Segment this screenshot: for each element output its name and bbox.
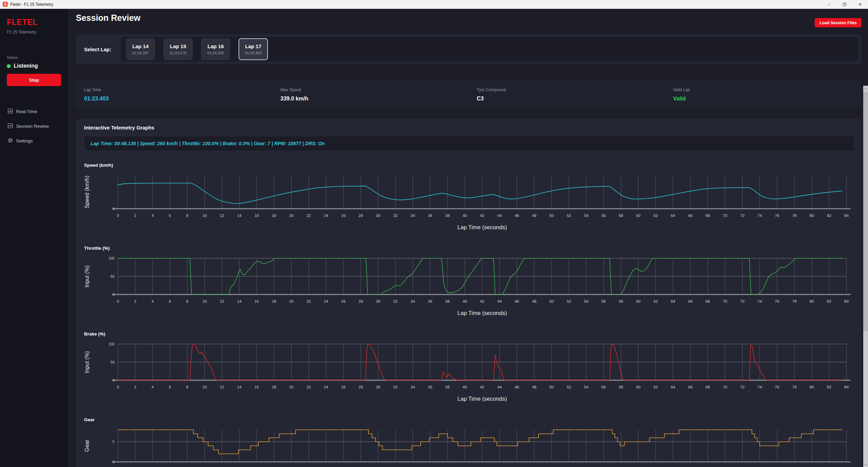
hover-readout-text: Lap Time: 00:48.136 | Speed: 260 km/h | …: [91, 141, 325, 146]
hover-readout-box: Lap Time: 00:48.136 | Speed: 260 km/h | …: [84, 136, 854, 151]
lap-name: Lap 15: [170, 43, 186, 49]
x-tick-label: 48: [532, 299, 537, 303]
x-tick-label: 8: [186, 299, 188, 303]
y-axis-label: Input (%): [84, 265, 90, 288]
sidebar-item-real-time[interactable]: Real-Time: [7, 106, 61, 117]
app-subtitle: F1 25 Telemetry: [7, 30, 61, 40]
chart-block-brake: Brake (%)0246810121416182022242628303234…: [76, 331, 861, 406]
x-tick-label: 34: [411, 214, 415, 218]
scrollbar-up-arrow[interactable]: [863, 86, 868, 91]
x-tick-label: 80: [810, 385, 814, 389]
status-row: Listening: [7, 63, 61, 69]
x-tick-label: 40: [463, 214, 467, 218]
stop-button[interactable]: Stop: [7, 74, 61, 86]
x-tick-label: 24: [324, 214, 328, 218]
x-tick-label: 60: [636, 299, 640, 303]
lap-button-lap-14[interactable]: Lap 1401:24.397: [126, 38, 155, 60]
x-tick-label: 54: [584, 299, 588, 303]
x-tick-label: 56: [601, 214, 606, 218]
x-tick-label: 82: [827, 214, 831, 218]
x-tick-label: 44: [497, 385, 502, 389]
x-tick-label: 14: [237, 299, 242, 303]
x-tick-label: 14: [237, 385, 242, 389]
x-tick-label: 52: [567, 214, 571, 218]
x-tick-label: 62: [653, 214, 658, 218]
chart-plot[interactable]: 0246810121416182022242628303234363840424…: [76, 424, 861, 467]
sidebar-item-label: Settings: [16, 138, 33, 143]
x-tick-label: 68: [706, 214, 710, 218]
x-tick-label: 8: [186, 385, 188, 389]
x-tick-label: 76: [775, 214, 779, 218]
telemetry-graphs-panel: Interactive Telemetry Graphs Lap Time: 0…: [76, 119, 861, 467]
sidebar-item-settings[interactable]: Settings: [7, 135, 61, 147]
y-axis-label: Gear: [84, 440, 90, 452]
lap-button-lap-16[interactable]: Lap 1601:24.025: [201, 38, 230, 60]
x-tick-label: 34: [411, 385, 415, 389]
x-tick-label: 4: [151, 385, 154, 389]
x-tick-label: 36: [428, 299, 432, 303]
x-tick-label: 4: [151, 299, 154, 303]
x-axis-label: Lap Time (seconds): [458, 310, 507, 316]
x-tick-label: 20: [289, 214, 294, 218]
x-tick-label: 60: [636, 385, 640, 389]
chart-plot[interactable]: 0246810121416182022242628303234363840424…: [76, 253, 861, 320]
sidebar-item-session-review[interactable]: Session Review: [7, 121, 61, 132]
scrollbar-down-arrow[interactable]: [863, 462, 868, 467]
x-tick-label: 72: [740, 214, 745, 218]
x-tick-label: 18: [272, 214, 276, 218]
scrollbar-thumb[interactable]: [863, 92, 868, 331]
vertical-scrollbar[interactable]: [863, 86, 868, 467]
x-tick-label: 30: [376, 385, 380, 389]
lap-button-lap-15[interactable]: Lap 1501:23.576: [163, 38, 193, 60]
x-tick-label: 14: [237, 214, 242, 218]
x-tick-label: 56: [601, 385, 606, 389]
x-tick-label: 80: [810, 299, 814, 303]
load-session-files-button[interactable]: Load Session Files: [815, 18, 862, 27]
window-titlebar: F Fletel - F1 25 Telemetry − ✕: [0, 0, 868, 9]
x-tick-label: 32: [393, 214, 398, 218]
x-tick-label: 64: [671, 214, 675, 218]
x-tick-label: 16: [255, 299, 259, 303]
session-review-icon: [8, 123, 13, 129]
y-tick-label: 100: [108, 256, 114, 260]
x-tick-label: 4: [151, 214, 154, 218]
x-tick-label: 36: [428, 385, 432, 389]
x-tick-label: 12: [220, 385, 224, 389]
chart-plot[interactable]: 0246810121416182022242628303234363840424…: [76, 339, 861, 406]
lap-name: Lap 17: [245, 43, 261, 49]
lap-button-strip: Lap 1401:24.397Lap 1501:23.576Lap 1601:2…: [121, 37, 858, 61]
x-tick-label: 16: [255, 214, 259, 218]
stat-value: 339.0 km/h: [281, 96, 469, 102]
minimize-button[interactable]: −: [821, 0, 837, 9]
x-tick-label: 48: [532, 385, 537, 389]
stat-lap-time: Lap Time01:23.403: [76, 87, 272, 102]
lap-button-lap-17[interactable]: Lap 1701:23.403: [239, 38, 268, 60]
x-tick-label: 84: [844, 385, 849, 389]
x-tick-label: 38: [445, 299, 450, 303]
x-tick-label: 38: [445, 214, 450, 218]
x-tick-label: 28: [358, 299, 363, 303]
x-tick-label: 38: [445, 385, 450, 389]
x-tick-label: 62: [653, 385, 658, 389]
x-tick-label: 64: [671, 299, 675, 303]
x-tick-label: 68: [706, 385, 710, 389]
x-tick-label: 50: [550, 214, 554, 218]
chart-plot[interactable]: 0246810121416182022242628303234363840424…: [76, 170, 861, 234]
x-tick-label: 82: [827, 385, 831, 389]
status-dot-icon: [7, 64, 11, 68]
x-tick-label: 2: [134, 385, 136, 389]
x-tick-label: 6: [169, 299, 171, 303]
x-tick-label: 66: [688, 214, 693, 218]
chart-title: Gear: [84, 417, 861, 422]
restore-button[interactable]: [837, 0, 852, 9]
x-tick-label: 20: [289, 299, 294, 303]
x-tick-label: 42: [480, 214, 485, 218]
x-tick-label: 46: [515, 299, 519, 303]
y-axis-label: Speed (km/h): [84, 176, 90, 208]
chevron-down-icon: [864, 464, 867, 466]
close-button[interactable]: ✕: [852, 0, 868, 9]
x-tick-label: 58: [619, 214, 623, 218]
x-tick-label: 76: [775, 385, 779, 389]
y-tick-label: 0: [112, 460, 114, 464]
x-tick-label: 58: [619, 299, 623, 303]
